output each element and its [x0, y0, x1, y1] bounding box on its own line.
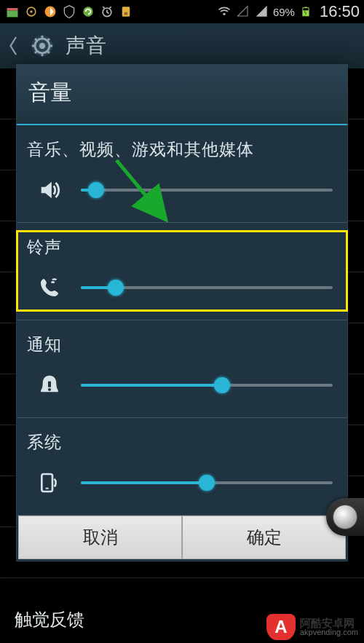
svg-rect-8: [124, 12, 128, 15]
svg-marker-1: [7, 8, 18, 10]
cancel-button[interactable]: 取消: [18, 516, 182, 559]
volume-dialog: 音量 音乐、视频、游戏和其他媒体 铃声: [16, 64, 348, 561]
watermark: A 阿酷安卓网 akpvending.com: [266, 614, 358, 640]
store-icon: [4, 4, 20, 20]
svg-point-19: [48, 388, 51, 391]
action-bar: 声音: [0, 23, 364, 68]
section-system-label: 系统: [27, 431, 337, 454]
svg-rect-0: [7, 10, 18, 17]
sim-icon: [118, 4, 134, 20]
svg-point-3: [30, 10, 32, 12]
back-icon[interactable]: [7, 31, 23, 60]
battery-percent: 69%: [273, 6, 295, 18]
shield-icon: [61, 4, 77, 20]
svg-point-5: [83, 7, 92, 16]
action-bar-title: 声音: [66, 32, 106, 60]
svg-rect-21: [46, 488, 49, 489]
assistive-touch-icon: [333, 505, 357, 529]
slider-media[interactable]: [81, 181, 333, 199]
slider-ringtone[interactable]: [81, 279, 333, 296]
signal-weak-icon: [235, 4, 251, 20]
section-media-label: 音乐、视频、游戏和其他媒体: [27, 138, 337, 161]
svg-point-17: [39, 43, 46, 50]
battery-icon: [298, 4, 314, 20]
section-media: 音乐、视频、游戏和其他媒体: [17, 125, 347, 223]
signal-icon: [254, 4, 270, 20]
wifi-icon: [216, 4, 232, 20]
ok-button-label: 确定: [247, 526, 282, 549]
section-system: 系统: [17, 418, 347, 516]
svg-marker-10: [237, 7, 248, 17]
status-time: 16:50: [320, 2, 360, 21]
device-sound-icon: [31, 468, 68, 497]
ok-button[interactable]: 确定: [182, 516, 346, 559]
notification-icon: [31, 371, 68, 400]
speaker-icon: [31, 175, 68, 205]
section-notification: 通知: [17, 320, 347, 418]
settings-icon: [29, 33, 55, 59]
dialog-title: 音量: [17, 65, 347, 125]
svg-rect-7: [122, 7, 130, 17]
cancel-button-label: 取消: [83, 526, 118, 549]
section-ringtone: 铃声: [17, 223, 347, 320]
sync-icon: [80, 4, 96, 20]
background-row-haptic[interactable]: 触觉反馈: [15, 608, 84, 631]
svg-marker-11: [256, 6, 267, 17]
slider-notification[interactable]: [81, 376, 333, 394]
alarm-icon: [99, 4, 115, 20]
dialog-button-bar: 取消 确定: [18, 516, 346, 559]
section-ringtone-label: 铃声: [27, 236, 337, 259]
svg-rect-14: [304, 7, 307, 8]
watermark-name: 阿酷安卓网: [300, 618, 358, 628]
watermark-url: akpvending.com: [300, 628, 358, 636]
svg-rect-18: [48, 382, 51, 387]
svg-point-9: [223, 13, 225, 15]
status-bar: 69% 16:50: [0, 0, 364, 23]
settings-notif-icon: [23, 4, 39, 20]
section-notification-label: 通知: [27, 334, 337, 356]
assistive-touch-button[interactable]: [326, 498, 364, 536]
avast-icon: [42, 4, 58, 20]
phone-ring-icon: [31, 273, 68, 302]
watermark-badge: A: [266, 614, 296, 640]
slider-system[interactable]: [81, 474, 333, 492]
